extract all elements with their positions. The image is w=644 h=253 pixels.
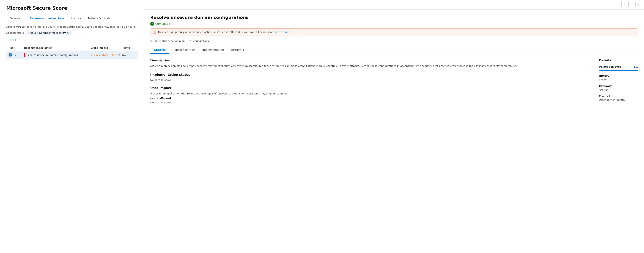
action-name: Resolve unsecure domain configurations <box>26 54 78 57</box>
description-heading: Description <box>150 58 592 62</box>
page-title: Microsoft Secure Score <box>6 6 138 11</box>
score-impact-label: Security advisory <box>90 54 111 57</box>
navigate-up-button[interactable]: ↑ <box>622 2 627 8</box>
tags-icon: ◇ <box>189 40 191 43</box>
filter-chip-identity[interactable]: Product: Defender for Identity ✕ <box>26 31 70 35</box>
filter-chip-close-icon[interactable]: ✕ <box>67 32 69 34</box>
left-panel: Microsoft Secure Score Overview Recommen… <box>0 0 144 253</box>
tab-history[interactable]: History (1) <box>228 46 249 54</box>
navigate-down-button[interactable]: ↓ <box>628 2 634 8</box>
points-achieved-value: 4/4 <box>634 66 638 69</box>
category-label: Category <box>599 85 638 87</box>
product-label: Product <box>599 95 638 98</box>
product-item: Product Defender for Identity <box>599 95 638 101</box>
manage-tags-link[interactable]: ◇ Manage tags <box>189 40 209 43</box>
col-score: Score impact <box>90 47 122 49</box>
severity-bar <box>24 53 25 57</box>
category-value: Identity <box>599 88 638 91</box>
product-value: Defender for Identity <box>599 98 638 101</box>
category-item: Category Identity <box>599 85 638 91</box>
learn-more-link[interactable]: Learn more <box>275 31 290 34</box>
status-badge: ✓ Completed <box>150 22 638 26</box>
action-bar: ✏ Edit status & action plan ◇ Manage tag… <box>150 40 638 43</box>
user-impact-text: A user or an application that relies on … <box>150 92 592 96</box>
points-progress-bg <box>599 70 638 71</box>
alert-text: This is a high priority recommended acti… <box>158 31 289 34</box>
alert-icon: ⚠ <box>153 31 156 34</box>
tab-history[interactable]: History <box>68 15 84 22</box>
page-description: Actions you can take to improve your Mic… <box>6 25 138 28</box>
export-label: Export <box>9 39 16 42</box>
users-affected-label: Users affected <box>150 97 592 100</box>
implementation-value: No data to show <box>150 79 592 81</box>
action-cell: Resolve unsecure domain configurations <box>24 53 90 57</box>
right-panel: ↑ ↓ ✕ Resolve unsecure domain configurat… <box>144 0 644 253</box>
points-progress-fill <box>599 70 638 71</box>
alert-banner: ⚠ This is a high priority recommended ac… <box>150 29 638 37</box>
detail-title: Resolve unsecure domain configurations <box>150 15 638 20</box>
col-action: Recommended action <box>24 47 90 49</box>
details-heading: Details <box>599 58 638 62</box>
actions-table: Rank Recommended action Score impact Poi… <box>6 45 138 59</box>
export-button[interactable]: ↓ Export <box>6 38 16 42</box>
close-panel-button[interactable]: ✕ <box>636 2 641 8</box>
edit-icon: ✏ <box>150 40 152 43</box>
details-sidebar: Details Points achieved 4/4 History 1 ev… <box>599 58 638 109</box>
score-impact-value: +0.52% <box>112 54 121 57</box>
rank-cell: 12 <box>8 53 24 57</box>
panel-toolbar: ↑ ↓ ✕ <box>144 0 644 10</box>
filter-chip-text: Product: Defender for Identity <box>28 31 66 34</box>
points-cell: 4/4 <box>122 54 135 57</box>
row-checkbox[interactable] <box>8 53 12 57</box>
tab-metrics-trends[interactable]: Metrics & trends <box>84 15 114 22</box>
points-achieved-label: Points achieved <box>599 65 622 68</box>
tab-general[interactable]: General <box>150 46 169 54</box>
implementation-section: Implementation status No data to show <box>150 73 592 81</box>
history-value: 1 events <box>599 78 638 81</box>
content-area: Description Active directory domains hol… <box>150 58 638 109</box>
description-text: Active directory domains hold many secur… <box>150 64 592 68</box>
users-affected-value: No data to show <box>150 101 592 104</box>
rank-number: 12 <box>13 54 16 57</box>
tab-exposed-entities[interactable]: Exposed entities <box>169 46 199 54</box>
col-points: Points <box>122 47 135 49</box>
score-impact-cell: Security advisory +0.52% <box>90 53 122 57</box>
implementation-heading: Implementation status <box>150 73 592 77</box>
tab-implementation[interactable]: Implementation <box>199 46 228 54</box>
main-nav: Overview Recommended actions History Met… <box>6 15 138 22</box>
tab-overview[interactable]: Overview <box>6 15 26 22</box>
col-rank: Rank <box>8 47 24 49</box>
filters-label: Applied filters: <box>6 31 24 34</box>
main-content: Description Active directory domains hol… <box>150 58 592 109</box>
description-section: Description Active directory domains hol… <box>150 58 592 68</box>
table-row[interactable]: 12 Resolve unsecure domain configuration… <box>6 51 138 59</box>
status-label: Completed <box>155 22 170 25</box>
table-header: Rank Recommended action Score impact Poi… <box>6 45 138 51</box>
user-impact-heading: User impact <box>150 86 592 90</box>
detail-tabs: General Exposed entities Implementation … <box>150 46 638 54</box>
points-achieved-item: Points achieved 4/4 <box>599 65 638 71</box>
user-impact-section: User impact A user or an application tha… <box>150 86 592 104</box>
history-item: History 1 events <box>599 74 638 81</box>
history-label: History <box>599 74 638 77</box>
tab-recommended-actions[interactable]: Recommended actions <box>26 15 68 22</box>
export-icon: ↓ <box>6 39 8 42</box>
panel-content: Resolve unsecure domain configurations ✓… <box>144 10 644 253</box>
edit-status-link[interactable]: ✏ Edit status & action plan <box>150 40 185 43</box>
completed-icon: ✓ <box>150 22 154 26</box>
filters-row: Applied filters: Product: Defender for I… <box>6 31 138 35</box>
